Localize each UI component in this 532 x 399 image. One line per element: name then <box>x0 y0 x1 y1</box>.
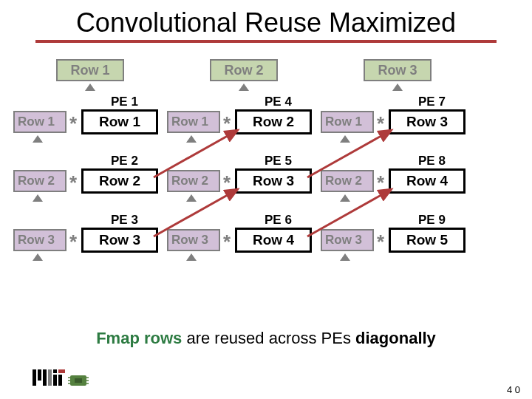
pe-label: PE 9 <box>418 213 446 228</box>
filter-box: Row 2 <box>13 170 66 192</box>
pe-data-box: Row 3 <box>235 168 312 194</box>
pe-data-box: Row 3 <box>389 109 466 134</box>
filter-box: Row 3 <box>167 229 220 251</box>
asterisk-icon: * <box>377 112 384 135</box>
triangle-icon <box>340 194 350 202</box>
svg-rect-9 <box>53 375 57 386</box>
pe-data-box: Row 1 <box>81 109 158 134</box>
svg-rect-11 <box>58 375 62 386</box>
asterisk-icon: * <box>377 231 384 253</box>
filter-box: Row 3 <box>13 229 66 251</box>
chip-icon <box>68 374 89 387</box>
fmap-top-2: Row 2 <box>210 59 278 81</box>
triangle-icon <box>33 253 43 261</box>
pe-label: PE 6 <box>265 213 292 228</box>
pe-data-box: Row 2 <box>235 109 312 134</box>
asterisk-icon: * <box>377 171 384 194</box>
filter-box: Row 3 <box>321 229 374 251</box>
triangle-icon <box>340 253 350 261</box>
asterisk-icon: * <box>223 112 231 135</box>
pe-label: PE 5 <box>265 154 292 168</box>
footer-bold: diagonally <box>355 329 436 347</box>
svg-rect-7 <box>48 369 52 386</box>
pe-data-box: Row 2 <box>81 168 158 194</box>
asterisk-icon: * <box>69 171 77 194</box>
svg-rect-10 <box>58 369 65 373</box>
triangle-icon <box>392 83 403 91</box>
pe-label: PE 3 <box>111 213 138 228</box>
svg-rect-8 <box>53 369 57 373</box>
triangle-icon <box>85 83 95 91</box>
pe-label: PE 7 <box>418 95 446 109</box>
asterisk-icon: * <box>69 231 77 253</box>
filter-box: Row 2 <box>167 170 220 192</box>
pe-label: PE 4 <box>265 95 292 109</box>
pe-data-box: Row 4 <box>389 168 466 194</box>
filter-box: Row 1 <box>167 111 220 133</box>
filter-box: Row 1 <box>13 111 66 133</box>
pe-data-box: Row 5 <box>389 228 466 253</box>
triangle-icon <box>186 253 197 261</box>
page-number: 4 0 <box>507 385 520 395</box>
triangle-icon <box>33 135 43 143</box>
triangle-icon <box>340 135 350 143</box>
asterisk-icon: * <box>223 171 231 194</box>
pe-label: PE 8 <box>418 154 446 168</box>
pe-data-box: Row 4 <box>235 228 312 253</box>
asterisk-icon: * <box>69 112 77 135</box>
triangle-icon <box>239 83 249 91</box>
slide-title: Convolutional Reuse Maximized <box>0 0 532 40</box>
mit-logo-icon <box>33 369 65 386</box>
fmap-word: Fmap rows <box>96 329 182 347</box>
svg-rect-13 <box>75 378 82 383</box>
filter-box: Row 1 <box>321 111 374 133</box>
svg-rect-5 <box>38 369 41 381</box>
asterisk-icon: * <box>223 231 231 253</box>
diagram-stage: Row 1 Row 2 Row 3 PE 1 PE 4 PE 7 Row 1 *… <box>0 43 532 324</box>
footer-mid: are reused across PEs <box>182 329 355 347</box>
triangle-icon <box>186 135 197 143</box>
pe-label: PE 2 <box>111 154 138 168</box>
svg-rect-6 <box>43 369 47 386</box>
footer-caption: Fmap rows are reused across PEs diagonal… <box>0 329 532 348</box>
fmap-top-3: Row 3 <box>364 59 432 81</box>
triangle-icon <box>186 194 197 202</box>
svg-rect-4 <box>33 369 36 386</box>
pe-data-box: Row 3 <box>81 228 158 253</box>
filter-box: Row 2 <box>321 170 374 192</box>
pe-label: PE 1 <box>111 95 138 109</box>
fmap-top-1: Row 1 <box>56 59 124 81</box>
triangle-icon <box>33 194 43 202</box>
